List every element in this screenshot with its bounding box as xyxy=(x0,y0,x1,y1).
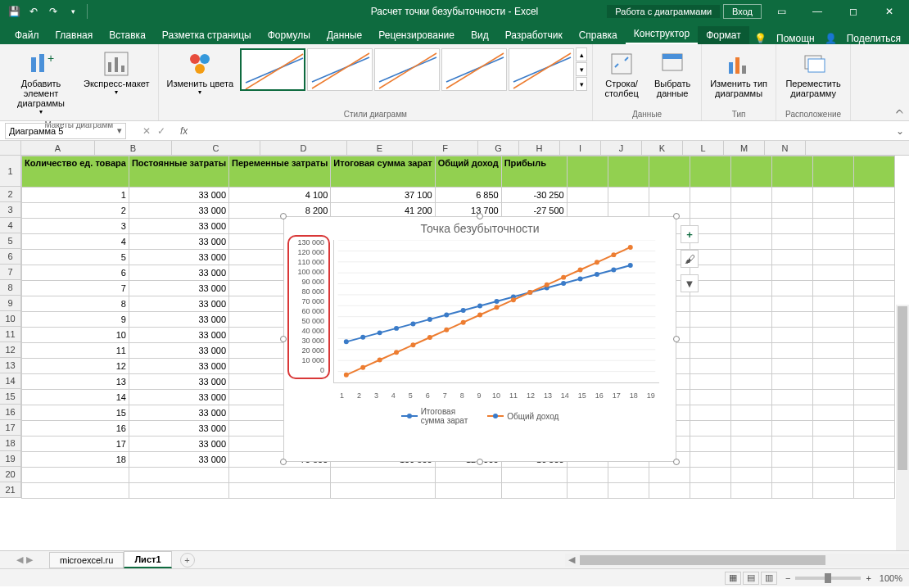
redo-icon[interactable]: ↷ xyxy=(44,2,62,20)
y-axis-selected[interactable]: 130 000120 000110 000100 00090 00080 000… xyxy=(287,235,330,379)
zoom-slider[interactable]: − + xyxy=(785,573,871,583)
tab-chart-design[interactable]: Конструктор xyxy=(626,25,698,44)
col-header-M[interactable]: M xyxy=(724,141,765,155)
tab-home[interactable]: Главная xyxy=(47,26,102,44)
select-all-corner[interactable] xyxy=(0,141,21,155)
undo-icon[interactable]: ↶ xyxy=(25,2,43,20)
zoom-in-icon[interactable]: + xyxy=(866,573,871,583)
col-header-N[interactable]: N xyxy=(765,141,806,155)
tab-review[interactable]: Рецензирование xyxy=(370,26,463,44)
zoom-level[interactable]: 100% xyxy=(880,573,902,583)
collapse-ribbon-icon[interactable]: ᨈ xyxy=(896,105,904,116)
row-header-21[interactable]: 21 xyxy=(0,482,21,498)
name-box[interactable]: Диаграмма 5 ▾ xyxy=(5,123,126,139)
chart-elements-button[interactable]: + xyxy=(681,225,699,243)
chart-style-5[interactable] xyxy=(509,48,574,91)
tab-insert[interactable]: Вставка xyxy=(101,26,154,44)
cancel-formula-icon[interactable]: ✕ xyxy=(142,125,151,137)
expand-formula-icon[interactable]: ⌄ xyxy=(891,125,909,137)
row-header-4[interactable]: 4 xyxy=(0,218,21,233)
chart-filters-button[interactable]: ▼ xyxy=(681,274,699,292)
row-header-9[interactable]: 9 xyxy=(0,296,21,311)
gallery-more-icon[interactable]: ▾ xyxy=(576,77,587,91)
move-chart-button[interactable]: Переместить диаграмму xyxy=(781,47,845,102)
row-header-5[interactable]: 5 xyxy=(0,233,21,249)
share-icon[interactable]: 👤 xyxy=(825,33,837,44)
change-colors-button[interactable]: Изменить цвета ▾ xyxy=(164,47,237,99)
fx-icon[interactable]: fx xyxy=(180,125,188,137)
tab-file[interactable]: Файл xyxy=(7,26,47,44)
row-header-18[interactable]: 18 xyxy=(0,436,21,451)
add-sheet-button[interactable]: + xyxy=(180,553,195,568)
row-header-10[interactable]: 10 xyxy=(0,311,21,327)
page-layout-view-icon[interactable]: ▤ xyxy=(743,572,759,585)
tell-me-button[interactable]: Помощн xyxy=(776,33,815,44)
share-button[interactable]: Поделиться xyxy=(847,33,901,44)
switch-row-column-button[interactable]: Строка/столбец xyxy=(598,47,645,102)
row-header-13[interactable]: 13 xyxy=(0,358,21,373)
quick-layout-button[interactable]: Экспресс-макет ▾ xyxy=(80,47,153,99)
chart-style-4[interactable] xyxy=(441,48,507,91)
chart-plot-area[interactable]: 130 000120 000110 000100 00090 00080 000… xyxy=(333,240,659,404)
name-box-dropdown-icon[interactable]: ▾ xyxy=(117,125,122,136)
chart-style-1[interactable] xyxy=(240,48,305,91)
col-header-C[interactable]: C xyxy=(172,141,260,155)
close-icon[interactable]: ✕ xyxy=(873,0,906,23)
select-data-button[interactable]: Выбрать данные xyxy=(649,47,696,102)
formula-input[interactable] xyxy=(188,123,891,139)
add-chart-element-button[interactable]: + Добавить элемент диаграммы ▾ xyxy=(5,47,77,119)
row-header-2[interactable]: 2 xyxy=(0,187,21,202)
tab-chart-format[interactable]: Формат xyxy=(698,26,749,44)
horizontal-scrollbar[interactable]: ◀ xyxy=(565,554,909,567)
minimize-icon[interactable]: — xyxy=(801,0,834,23)
gallery-up-icon[interactable]: ▴ xyxy=(576,47,587,61)
page-break-view-icon[interactable]: ▥ xyxy=(761,572,777,585)
login-button[interactable]: Вход xyxy=(723,4,762,19)
tab-data[interactable]: Данные xyxy=(319,26,370,44)
change-chart-type-button[interactable]: Изменить тип диаграммы xyxy=(707,47,771,102)
sheet-nav-next-icon[interactable]: ▶ xyxy=(26,554,33,565)
chart-style-2[interactable] xyxy=(307,48,373,91)
tab-formulas[interactable]: Формулы xyxy=(260,26,319,44)
row-header-6[interactable]: 6 xyxy=(0,249,21,265)
col-header-J[interactable]: J xyxy=(601,141,642,155)
row-header-15[interactable]: 15 xyxy=(0,389,21,405)
tab-developer[interactable]: Разработчик xyxy=(497,26,571,44)
row-header-7[interactable]: 7 xyxy=(0,265,21,280)
row-header-8[interactable]: 8 xyxy=(0,280,21,296)
ribbon-display-options-icon[interactable]: ▭ xyxy=(765,0,798,23)
chart-styles-button[interactable]: 🖌 xyxy=(681,250,699,268)
enter-formula-icon[interactable]: ✓ xyxy=(157,125,165,137)
row-header-17[interactable]: 17 xyxy=(0,420,21,436)
gallery-down-icon[interactable]: ▾ xyxy=(576,62,587,76)
tab-help[interactable]: Справка xyxy=(571,26,626,44)
row-header-1[interactable]: 1 xyxy=(0,156,21,187)
col-header-B[interactable]: B xyxy=(95,141,172,155)
maximize-icon[interactable]: ◻ xyxy=(837,0,870,23)
tab-page-layout[interactable]: Разметка страницы xyxy=(154,26,260,44)
row-header-16[interactable]: 16 xyxy=(0,405,21,420)
col-header-L[interactable]: L xyxy=(683,141,724,155)
qat-customize-icon[interactable]: ▾ xyxy=(64,2,82,20)
col-header-E[interactable]: E xyxy=(347,141,413,155)
tab-view[interactable]: Вид xyxy=(463,26,497,44)
normal-view-icon[interactable]: ▦ xyxy=(725,572,741,585)
sheet-nav-prev-icon[interactable]: ◀ xyxy=(16,554,23,565)
save-icon[interactable]: 💾 xyxy=(5,2,23,20)
col-header-K[interactable]: K xyxy=(642,141,683,155)
chart-legend[interactable]: .legend-mark:nth-child(1)::after{backgro… xyxy=(284,404,676,428)
row-header-19[interactable]: 19 xyxy=(0,451,21,467)
sheet-tab-1[interactable]: microexcel.ru xyxy=(49,552,124,568)
tell-me-icon[interactable]: 💡 xyxy=(754,33,767,44)
row-header-3[interactable]: 3 xyxy=(0,202,21,218)
row-header-12[interactable]: 12 xyxy=(0,342,21,358)
sheet-tab-2[interactable]: Лист1 xyxy=(124,551,171,568)
row-header-11[interactable]: 11 xyxy=(0,327,21,342)
col-header-I[interactable]: I xyxy=(560,141,601,155)
chart-style-3[interactable] xyxy=(374,48,440,91)
col-header-G[interactable]: G xyxy=(478,141,519,155)
col-header-H[interactable]: H xyxy=(519,141,560,155)
row-header-20[interactable]: 20 xyxy=(0,467,21,482)
col-header-F[interactable]: F xyxy=(413,141,478,155)
row-header-14[interactable]: 14 xyxy=(0,373,21,389)
